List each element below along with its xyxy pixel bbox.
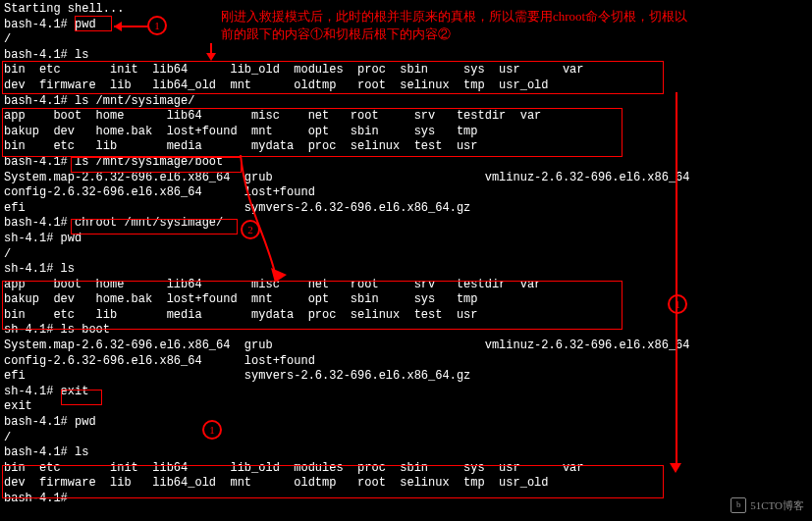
circle-1-right: 1 — [668, 294, 687, 314]
arrow-anno-down — [196, 43, 226, 63]
term-line: app boot home lib64 misc net root srv te… — [4, 109, 808, 125]
term-line: bash-4.1# ls — [4, 445, 808, 461]
term-line: bin etc init lib64 lib_old modules proc … — [4, 63, 808, 78]
term-line: / — [4, 247, 808, 263]
circle-1-top: 1 — [147, 16, 167, 35]
svg-marker-2 — [114, 22, 122, 31]
arrow-2-svg — [236, 155, 295, 281]
term-line: dev firmware lib lib64_old mnt oldtmp ro… — [4, 78, 808, 94]
svg-marker-4 — [206, 53, 216, 61]
term-line: dev firmware lib lib64_old mnt oldtmp ro… — [4, 476, 808, 492]
term-line: sh-4.1# ls boot — [4, 323, 808, 339]
term-line: efi symvers-2.6.32-696.el6.x86_64.gz — [4, 201, 808, 217]
term-line: System.map-2.6.32-696.el6.x86_64 grub vm… — [4, 339, 808, 354]
term-line: sh-4.1# ls — [4, 262, 808, 278]
svg-marker-0 — [271, 268, 287, 283]
term-line: bin etc lib media mydata proc selinux te… — [4, 139, 808, 155]
term-line: efi symvers-2.6.32-696.el6.x86_64.gz — [4, 369, 808, 385]
term-line: / — [4, 431, 808, 446]
circle-2-mid: 2 — [241, 220, 260, 239]
term-line: bakup dev home.bak lost+found mnt opt sb… — [4, 292, 808, 308]
term-line: exit — [4, 399, 808, 415]
annotation-text: 刚进入救援模式后，此时的根并非原来的真根，所以需要用chroot命令切根，切根以… — [221, 8, 697, 43]
term-line: bin etc init lib64 lib_old modules proc … — [4, 461, 808, 477]
term-line: bash-4.1# ls /mnt/sysimage/ — [4, 94, 808, 110]
term-line: System.map-2.6.32-696.el6.x86_64 grub vm… — [4, 171, 808, 186]
term-line: bakup dev home.bak lost+found mnt opt sb… — [4, 125, 808, 140]
term-line: bin etc lib media mydata proc selinux te… — [4, 308, 808, 324]
term-line: sh-4.1# exit — [4, 385, 808, 400]
term-line: bash-4.1# chroot /mnt/sysimage/ — [4, 216, 808, 232]
term-line: sh-4.1# pwd — [4, 232, 808, 247]
arrow-pwd — [112, 20, 149, 33]
watermark-icon: b — [731, 497, 746, 513]
arrow-1-head — [670, 463, 681, 473]
term-line: config-2.6.32-696.el6.x86_64 lost+found — [4, 354, 808, 370]
term-line: bash-4.1# pwd — [4, 415, 808, 431]
term-line: bash-4.1# — [4, 492, 808, 507]
watermark-text: 51CTO博客 — [750, 498, 804, 512]
term-line: config-2.6.32-696.el6.x86_64 lost+found — [4, 185, 808, 201]
circle-1-bottom: 1 — [202, 420, 222, 440]
arrow-1-line — [676, 92, 677, 465]
terminal-output: Starting shell... bash-4.1# pwd / bash-4… — [0, 0, 812, 509]
term-line: bash-4.1# ls /mnt/sysimage/boot — [4, 155, 808, 171]
watermark: b 51CTO博客 — [731, 497, 804, 513]
term-line: bash-4.1# ls — [4, 48, 808, 64]
term-line: app boot home lib64 misc net root srv te… — [4, 278, 808, 293]
